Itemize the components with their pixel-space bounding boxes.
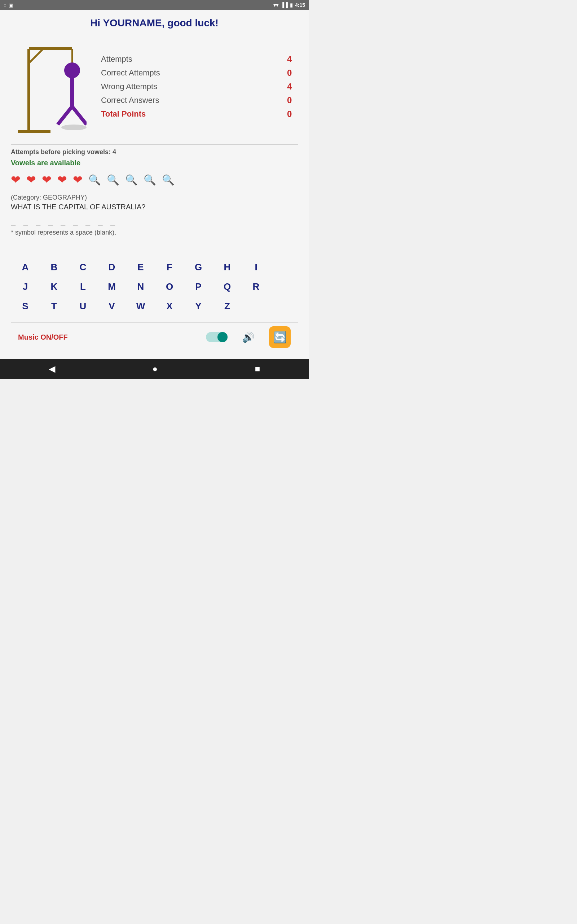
key-H[interactable]: H <box>213 258 242 276</box>
key-S[interactable]: S <box>11 297 40 315</box>
magnifier-1: 🔍 <box>89 174 101 186</box>
wrong-attempts-label: Wrong Attempts <box>101 82 284 91</box>
correct-attempts-row: Correct Attempts 0 <box>101 68 298 78</box>
wrong-attempts-value: 4 <box>287 82 298 92</box>
question-section: (Category: GEOGRAPHY) WHAT IS THE CAPITA… <box>11 194 298 236</box>
key-Z[interactable]: Z <box>213 297 242 315</box>
magnifier-5: 🔍 <box>162 174 174 186</box>
divider-1 <box>11 144 298 145</box>
music-toggle-label: Music ON/OFF <box>18 333 206 341</box>
music-toggle[interactable] <box>206 332 227 342</box>
key-U[interactable]: U <box>69 297 97 315</box>
key-Y[interactable]: Y <box>184 297 213 315</box>
svg-point-9 <box>61 124 87 130</box>
key-G[interactable]: G <box>184 258 213 276</box>
wifi-icon: ▾▾ <box>273 2 279 8</box>
recent-button[interactable]: ■ <box>255 364 260 374</box>
time-display: 4:15 <box>295 2 305 8</box>
lives-row: ❤ ❤ ❤ ❤ ❤ 🔍 🔍 🔍 🔍 🔍 <box>11 173 298 187</box>
total-points-row: Total Points 0 <box>101 109 298 119</box>
key-J[interactable]: J <box>11 278 40 296</box>
status-right: ▾▾ ▐▐ ▮ 4:15 <box>273 2 305 8</box>
hangman-area <box>11 36 90 137</box>
key-B[interactable]: B <box>40 258 69 276</box>
correct-answers-label: Correct Answers <box>101 96 284 105</box>
vowels-status: Vowels are available <box>11 159 298 167</box>
heart-3: ❤ <box>42 173 52 187</box>
key-P[interactable]: P <box>184 278 213 296</box>
correct-answers-row: Correct Answers 0 <box>101 95 298 105</box>
key-Q[interactable]: Q <box>213 278 242 296</box>
symbol-note: * symbol represents a space (blank). <box>11 229 298 236</box>
key-O[interactable]: O <box>155 278 184 296</box>
key-R[interactable]: R <box>242 278 271 296</box>
wrong-attempts-row: Wrong Attempts 4 <box>101 82 298 92</box>
key-N[interactable]: N <box>126 278 155 296</box>
key-F[interactable]: F <box>155 258 184 276</box>
magnifier-2: 🔍 <box>107 174 119 186</box>
key-C[interactable]: C <box>69 258 97 276</box>
key-I[interactable]: I <box>242 258 271 276</box>
svg-line-3 <box>29 49 43 63</box>
question-text: WHAT IS THE CAPITAL OF AUSTRALIA? <box>11 203 298 211</box>
key-W[interactable]: W <box>126 297 155 315</box>
key-D[interactable]: D <box>97 258 126 276</box>
category-text: (Category: GEOGRAPHY) <box>11 194 298 201</box>
key-E[interactable]: E <box>126 258 155 276</box>
status-icon-1: ○ <box>3 3 6 8</box>
key-A[interactable]: A <box>11 258 40 276</box>
nav-bar: ◀ ● ■ <box>0 359 309 379</box>
correct-attempts-label: Correct Attempts <box>101 68 284 78</box>
home-button[interactable]: ● <box>152 364 158 374</box>
correct-attempts-value: 0 <box>287 68 298 78</box>
heart-1: ❤ <box>11 173 21 187</box>
keyboard-row-3: S T U V W X Y Z <box>11 297 298 315</box>
keyboard-row-2: J K L M N O P Q R <box>11 278 298 296</box>
status-icon-2: ▣ <box>9 3 13 8</box>
key-M[interactable]: M <box>97 278 126 296</box>
toggle-track[interactable] <box>206 332 227 342</box>
attempts-before-vowels: Attempts before picking vowels: 4 <box>11 149 298 156</box>
signal-icon: ▐▐ <box>280 2 288 8</box>
hangman-image <box>15 38 87 135</box>
attempts-row: Attempts 4 <box>101 54 298 64</box>
svg-line-7 <box>58 107 72 124</box>
heart-5: ❤ <box>73 173 82 187</box>
back-button[interactable]: ◀ <box>49 364 55 374</box>
status-bar: ○ ▣ ▾▾ ▐▐ ▮ 4:15 <box>0 0 309 10</box>
correct-answers-value: 0 <box>287 95 298 105</box>
heart-2: ❤ <box>26 173 36 187</box>
refresh-icon: 🔄 <box>273 331 287 344</box>
volume-icon[interactable]: 🔊 <box>242 331 255 343</box>
magnifier-4: 🔍 <box>143 174 156 186</box>
key-V[interactable]: V <box>97 297 126 315</box>
key-L[interactable]: L <box>69 278 97 296</box>
stats-table: Attempts 4 Correct Attempts 0 Wrong Atte… <box>90 36 298 137</box>
refresh-button[interactable]: 🔄 <box>269 326 291 348</box>
toggle-thumb <box>218 332 227 342</box>
magnifier-3: 🔍 <box>125 174 138 186</box>
status-left: ○ ▣ <box>3 3 13 8</box>
key-K[interactable]: K <box>40 278 69 296</box>
svg-point-5 <box>64 63 80 78</box>
svg-line-8 <box>72 107 87 124</box>
keyboard-row-1: A B C D E F G H I <box>11 258 298 276</box>
heart-4: ❤ <box>57 173 67 187</box>
answer-blanks: _ _ _ _ _ _ _ _ _ <box>11 217 298 226</box>
main-content: Hi YOURNAME, good luck! <box>0 10 309 359</box>
page-title: Hi YOURNAME, good luck! <box>11 17 298 29</box>
key-X[interactable]: X <box>155 297 184 315</box>
battery-icon: ▮ <box>290 2 293 8</box>
attempts-label: Attempts <box>101 55 284 64</box>
keyboard-section: A B C D E F G H I J K L M N O P Q R S T … <box>11 258 298 315</box>
total-points-value: 0 <box>287 109 298 119</box>
bottom-bar: Music ON/OFF 🔊 🔄 <box>11 322 298 352</box>
stats-section: Attempts 4 Correct Attempts 0 Wrong Atte… <box>11 36 298 137</box>
attempts-value: 4 <box>287 54 298 64</box>
total-points-label: Total Points <box>101 109 284 119</box>
key-T[interactable]: T <box>40 297 69 315</box>
